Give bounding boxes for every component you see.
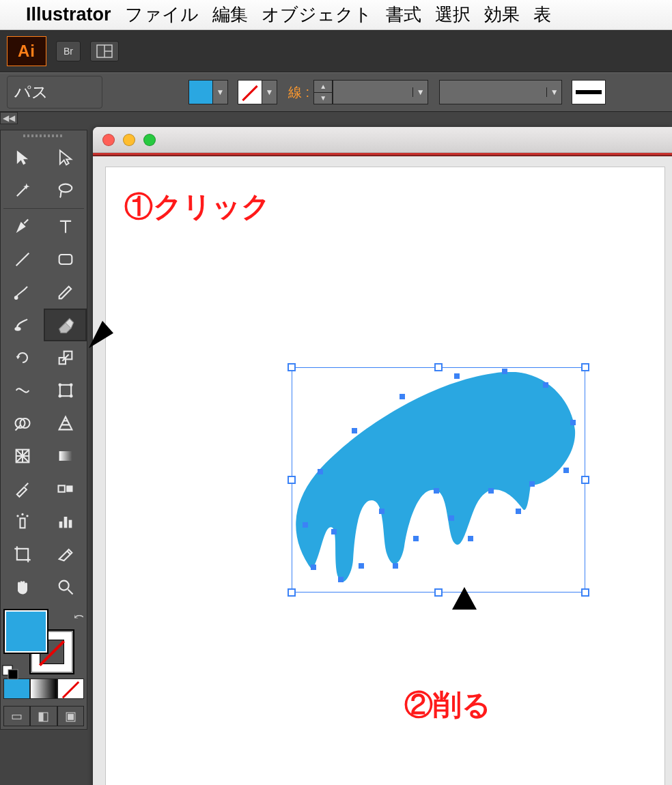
anchor-point[interactable] — [311, 565, 316, 570]
lasso-tool[interactable] — [44, 174, 87, 207]
anchor-point[interactable] — [563, 468, 569, 473]
screen-mode-normal[interactable]: ▭ — [3, 706, 30, 726]
stroke-color-dropdown[interactable]: ▼ — [262, 80, 277, 104]
direct-selection-tool[interactable] — [44, 141, 87, 174]
free-transform-tool[interactable] — [44, 374, 87, 407]
artboard-tool[interactable] — [1, 538, 44, 571]
anchor-point[interactable] — [303, 522, 308, 528]
bbox-handle-bl[interactable] — [288, 588, 296, 597]
anchor-point[interactable] — [454, 373, 460, 379]
anchor-point[interactable] — [488, 488, 494, 494]
selection-tool[interactable] — [1, 141, 44, 174]
slice-tool[interactable] — [44, 538, 87, 571]
anchor-point[interactable] — [331, 529, 337, 534]
screen-mode-row[interactable]: ▭ ◧ ▣ — [3, 706, 84, 726]
document-titlebar[interactable] — [93, 127, 672, 153]
illustrator-logo: Ai — [7, 36, 46, 66]
panel-collapse-handle[interactable]: ◀◀ — [0, 112, 18, 124]
type-tool[interactable] — [44, 210, 87, 243]
window-zoom-button[interactable] — [143, 134, 156, 146]
line-segment-tool[interactable] — [1, 243, 44, 276]
bbox-handle-tl[interactable] — [288, 363, 296, 371]
blend-tool[interactable] — [44, 472, 87, 505]
perspective-grid-tool[interactable] — [44, 407, 87, 440]
bridge-button[interactable]: Br — [56, 41, 81, 61]
default-fill-stroke-icon[interactable] — [2, 665, 20, 680]
window-close-button[interactable] — [102, 134, 115, 146]
anchor-point[interactable] — [400, 394, 405, 399]
column-graph-tool[interactable] — [44, 505, 87, 538]
gradient-tool[interactable] — [44, 440, 87, 472]
anchor-point[interactable] — [359, 563, 364, 569]
symbol-sprayer-tool[interactable] — [1, 505, 44, 538]
menu-select[interactable]: 選択 — [435, 3, 471, 27]
anchor-point[interactable] — [529, 481, 535, 487]
color-mode-gradient[interactable] — [30, 679, 57, 699]
stroke-color-swatch[interactable] — [238, 80, 262, 104]
tools-panel-grip[interactable] — [1, 130, 87, 141]
color-mode-row[interactable] — [3, 679, 84, 699]
svg-line-3 — [16, 186, 26, 196]
blob-brush-tool[interactable] — [1, 309, 44, 341]
bbox-handle-tc[interactable] — [434, 363, 443, 371]
stroke-weight-combo[interactable]: ▼ — [333, 80, 428, 104]
scale-tool[interactable] — [44, 341, 87, 374]
swap-fill-stroke-icon[interactable]: ⤺ — [74, 609, 84, 624]
anchor-point[interactable] — [434, 488, 439, 494]
anchor-point[interactable] — [393, 563, 398, 569]
variable-width-profile-combo[interactable]: ▼ — [439, 80, 562, 104]
svg-point-27 — [16, 515, 18, 517]
fill-stroke-swatches[interactable]: ⤺ — [1, 608, 87, 672]
svg-point-15 — [58, 384, 61, 387]
anchor-point[interactable] — [516, 509, 521, 514]
stroke-weight-stepper[interactable]: ▲▼ — [313, 80, 333, 104]
anchor-point[interactable] — [379, 509, 384, 514]
bbox-handle-tr[interactable] — [581, 363, 589, 371]
color-mode-solid[interactable] — [3, 679, 30, 699]
arrange-documents-button[interactable] — [90, 41, 119, 61]
eyedropper-tool[interactable] — [1, 472, 44, 505]
anchor-point[interactable] — [449, 515, 454, 521]
zoom-tool[interactable] — [44, 571, 87, 603]
pen-tool[interactable] — [1, 210, 44, 243]
anchor-point[interactable] — [338, 577, 344, 582]
menu-view[interactable]: 表 — [533, 3, 551, 27]
paintbrush-tool[interactable] — [1, 276, 44, 309]
color-mode-none[interactable] — [57, 679, 84, 699]
menu-type[interactable]: 書式 — [386, 3, 421, 27]
macos-menubar[interactable]: Illustrator ファイル 編集 オブジェクト 書式 選択 効果 表 — [0, 0, 672, 30]
anchor-point[interactable] — [502, 369, 507, 374]
selection-bounding-box[interactable] — [292, 367, 585, 593]
width-tool[interactable] — [1, 374, 44, 407]
bbox-handle-br[interactable] — [581, 588, 589, 597]
svg-rect-26 — [20, 518, 25, 528]
hand-tool[interactable] — [1, 571, 44, 603]
magic-wand-tool[interactable] — [1, 174, 44, 207]
screen-mode-full[interactable]: ◧ — [30, 706, 57, 726]
app-name-menu[interactable]: Illustrator — [26, 4, 111, 25]
rotate-tool[interactable] — [1, 341, 44, 374]
menu-object[interactable]: オブジェクト — [262, 3, 372, 27]
menu-effect[interactable]: 効果 — [484, 3, 520, 27]
anchor-point[interactable] — [570, 420, 576, 425]
eraser-tool[interactable] — [44, 309, 87, 341]
anchor-point[interactable] — [413, 536, 419, 541]
pencil-tool[interactable] — [44, 276, 87, 309]
bbox-handle-mr[interactable] — [581, 476, 589, 484]
brush-definition-button[interactable] — [572, 80, 606, 104]
fill-color-swatch[interactable] — [188, 80, 213, 104]
bbox-handle-ml[interactable] — [288, 476, 296, 484]
anchor-point[interactable] — [468, 536, 473, 541]
fill-swatch-large[interactable] — [5, 610, 47, 653]
shape-builder-tool[interactable] — [1, 407, 44, 440]
mesh-tool[interactable] — [1, 440, 44, 472]
anchor-point[interactable] — [318, 469, 323, 474]
rectangle-tool[interactable] — [44, 243, 87, 276]
anchor-point[interactable] — [352, 428, 357, 433]
fill-color-dropdown[interactable]: ▼ — [213, 80, 228, 104]
anchor-point[interactable] — [543, 382, 548, 388]
menu-edit[interactable]: 編集 — [212, 3, 248, 27]
window-minimize-button[interactable] — [123, 134, 135, 146]
screen-mode-presentation[interactable]: ▣ — [57, 706, 84, 726]
menu-file[interactable]: ファイル — [125, 3, 199, 27]
